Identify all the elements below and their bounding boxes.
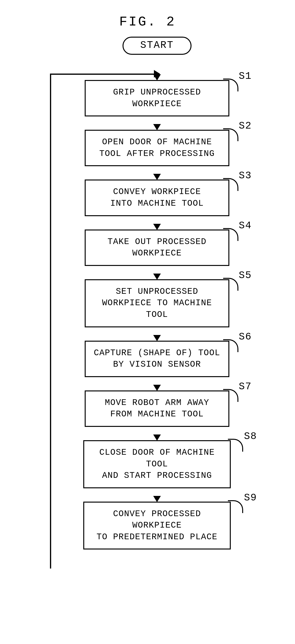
step-box-s7: MOVE ROBOT ARM AWAYFROM MACHINE TOOL <box>85 390 229 427</box>
step-row-s1: GRIP UNPROCESSED WORKPIECE S1 <box>83 80 231 116</box>
step-box-s8: CLOSE DOOR OF MACHINE TOOLAND START PROC… <box>83 440 231 488</box>
start-terminator: START <box>122 37 191 55</box>
step-box-s2: OPEN DOOR OF MACHINETOOL AFTER PROCESSIN… <box>85 130 229 166</box>
step-label-s7: S7 <box>239 381 252 392</box>
step-row-s9: CONVEY PROCESSED WORKPIECETO PREDETERMIN… <box>83 502 231 550</box>
step-row-s3: CONVEY WORKPIECEINTO MACHINE TOOL S3 <box>83 180 231 216</box>
step-row-s5: SET UNPROCESSEDWORKPIECE TO MACHINE TOOL… <box>83 279 231 327</box>
label-connector-icon <box>223 128 238 141</box>
step-row-s7: MOVE ROBOT ARM AWAYFROM MACHINE TOOL S7 <box>83 390 231 427</box>
step-box-s4: TAKE OUT PROCESSEDWORKPIECE <box>85 230 229 266</box>
label-connector-icon <box>223 278 238 291</box>
step-label-s1: S1 <box>239 70 252 82</box>
step-row-s4: TAKE OUT PROCESSEDWORKPIECE S4 <box>83 230 231 266</box>
label-connector-icon <box>223 228 238 241</box>
step-label-s3: S3 <box>239 170 252 182</box>
step-label-s8: S8 <box>244 431 257 442</box>
step-label-s9: S9 <box>244 492 257 504</box>
step-box-s3: CONVEY WORKPIECEINTO MACHINE TOOL <box>85 180 229 216</box>
label-connector-icon <box>228 439 243 452</box>
step-row-s8: CLOSE DOOR OF MACHINE TOOLAND START PROC… <box>83 440 231 488</box>
figure-page: FIG. 2 START GRIP UNPROCESSED WORKPIECE … <box>0 0 295 568</box>
step-row-s6: CAPTURE (SHAPE OF) TOOLBY VISION SENSOR … <box>83 341 231 377</box>
label-connector-icon <box>223 339 238 352</box>
step-box-s1: GRIP UNPROCESSED WORKPIECE <box>85 80 229 116</box>
label-connector-icon <box>228 500 243 513</box>
label-connector-icon <box>223 389 238 402</box>
step-label-s5: S5 <box>239 270 252 281</box>
flow-column: START GRIP UNPROCESSED WORKPIECE S1 OPEN… <box>83 37 231 550</box>
figure-title: FIG. 2 <box>119 14 176 30</box>
step-label-s2: S2 <box>239 120 252 132</box>
step-box-s5: SET UNPROCESSEDWORKPIECE TO MACHINE TOOL <box>85 279 229 327</box>
label-connector-icon <box>223 178 238 191</box>
flowchart: START GRIP UNPROCESSED WORKPIECE S1 OPEN… <box>28 37 267 550</box>
step-label-s4: S4 <box>239 220 252 232</box>
step-box-s9: CONVEY PROCESSED WORKPIECETO PREDETERMIN… <box>83 502 231 550</box>
label-connector-icon <box>223 78 238 92</box>
step-box-s6: CAPTURE (SHAPE OF) TOOLBY VISION SENSOR <box>85 341 229 377</box>
step-label-s6: S6 <box>239 331 252 342</box>
step-row-s2: OPEN DOOR OF MACHINETOOL AFTER PROCESSIN… <box>83 130 231 166</box>
